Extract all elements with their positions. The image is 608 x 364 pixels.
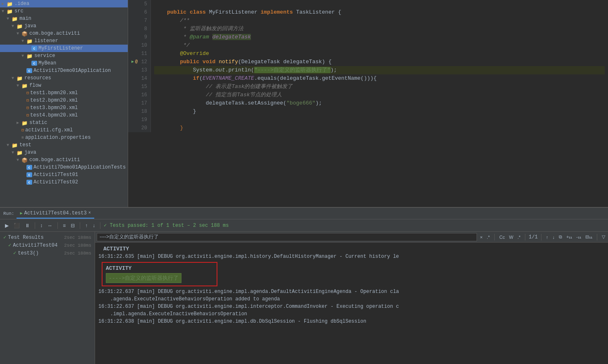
sidebar-item-test[interactable]: ▼ 📁 test [0,141,128,149]
sidebar-item-flow[interactable]: ▼ 📁 flow [0,82,128,89]
class-icon: C [26,68,32,73]
toolbar-separator-2 [57,222,58,229]
sidebar-item-label: main [19,16,31,21]
class-icon: C [31,61,37,66]
test-results-header-item[interactable]: ✓ Test Results 2sec 188ms [0,233,95,241]
sidebar-item-AppTests[interactable]: C Activiti7Demo01ApplicationTests [0,164,128,171]
sidebar-item-test3[interactable]: ⊟ test3.bpmn20.xml [0,104,128,112]
class-icon: C [31,46,37,51]
console-whole-word-button[interactable]: W [508,234,515,240]
line-num-8: 8 [131,25,147,33]
console-next-button[interactable]: ↓ [551,234,556,240]
code-line-12: public void notify(DelegateTask delegate… [154,58,605,66]
sidebar-item-test1[interactable]: ⊟ test1.bpmn20.xml [0,89,128,97]
console-filter-button[interactable]: ▽ [601,234,606,240]
console-options-button[interactable]: +₁₁ [565,234,573,240]
code-editor: 5 6 7 8 9 10 11 ▶ @ 12 13 14 15 16 [128,0,608,207]
project-tree[interactable]: ▶ 📁 .idea ▼ 📁 src ▼ 📁 main ▼ 📁 java ▼ 📦 … [0,0,128,207]
sidebar-item-static[interactable]: ▶ 📁 static [0,119,128,126]
code-line-13: System.out.println("---->自定义的监听器执行了"); [154,66,605,74]
expand-all-button[interactable]: ≡ [61,222,67,229]
sidebar-item-label: MyFirstListener [38,45,83,51]
expand-arrow: ▶ [17,120,21,125]
line-num-15: 15 [131,83,147,91]
pause-button[interactable]: ⏸ [23,222,31,229]
class-icon: C [26,165,32,170]
expand-arrow: ▶ [2,1,7,6]
line-num-10: 10 [131,41,147,50]
code-line-5 [154,0,605,8]
sidebar-item-app-properties[interactable]: ≡ application.properties [0,134,128,141]
sidebar-item-src[interactable]: ▼ 📁 src [0,7,128,15]
editor-content[interactable]: 5 6 7 8 9 10 11 ▶ @ 12 13 14 15 16 [128,0,608,207]
xml-icon: ⊟ [26,105,29,110]
console-search-input[interactable] [97,233,477,241]
console-toolbar-sep3 [541,234,541,240]
console-line-1: 16:31:22.635 [main] DEBUG org.activiti.e… [98,253,605,260]
sidebar-item-label: test1.bpmn20.xml [30,90,78,96]
console-regex-toggle-button[interactable]: .* [516,234,522,240]
scroll-down-button[interactable]: ↓ [91,222,97,229]
expand-arrow: ▼ [12,24,17,29]
sidebar-item-resources[interactable]: ▼ 📁 resources [0,74,128,82]
java-folder-icon: 📁 [17,150,23,155]
sidebar-item-test-pkg[interactable]: ▼ 📦 com.boge.activiti [0,156,128,164]
run-tab-play-icon: ▶ [20,211,22,216]
test-item-1-label: Activiti7Test04 [13,243,57,248]
code-line-15: // 表示是Task的创建事件被触发了 [154,83,605,91]
sidebar-item-service[interactable]: ▼ 📁 service [0,52,128,59]
test-results-label: Test Results [8,235,43,240]
console-line-2: 16:31:22.637 [main] DEBUG org.activiti.e… [98,288,605,295]
sidebar-item-Activiti7Demo01Application[interactable]: C Activiti7Demo01Application [0,67,128,74]
test-result-item-activiti7test04[interactable]: ✓ Activiti7Test04 2sec 188ms [0,241,95,249]
sidebar-item-MyFirstListener[interactable]: C MyFirstListener [0,45,128,52]
xml-icon: ⊟ [26,113,29,118]
console-prev-button[interactable]: ↑ [545,234,550,240]
run-tab-label: Activiti7Test04.test3 [24,210,86,216]
check-icon: ✓ [13,250,16,256]
console-copy-button[interactable]: ⧉ [558,234,563,240]
run-content: ✓ Test Results 2sec 188ms ✓ Activiti7Tes… [0,232,608,364]
test-result-item-test3[interactable]: ✓ test3() 2sec 188ms [0,249,95,257]
scroll-up-button[interactable]: ↑ [83,222,89,229]
sidebar-item-java[interactable]: ▼ 📁 java [0,22,128,30]
console-clear-button[interactable]: × [479,234,484,240]
sidebar-item-MyBean[interactable]: C MyBean [0,59,128,67]
sidebar-item-listener[interactable]: ▼ 📁 listener [0,37,128,45]
line-num-19: 19 [131,116,147,124]
sidebar-item-com-boge-activiti[interactable]: ▼ 📦 com.boge.activiti [0,30,128,37]
sidebar-item-Test02[interactable]: C Activiti7Test02 [0,178,128,186]
sidebar-item-test2[interactable]: ⊟ test2.bpmn20.xml [0,97,128,104]
sidebar-item-label: Activiti7Test01 [33,172,78,178]
folder-icon: 📁 [12,16,18,21]
stop-button[interactable]: ⬛ [12,222,21,229]
highlight-container: ACTIVITY ---->自定义的监听器执行了 [102,262,217,286]
console-match-case-button[interactable]: Cc [498,234,506,240]
sidebar-item-activiti-cfg[interactable]: ⊟ activiti.cfg.xml [0,126,128,134]
line-num-11: 11 [131,50,147,58]
sort-button-1[interactable]: ↕ [38,222,44,229]
sidebar-item-idea[interactable]: ▶ 📁 .idea [0,0,128,7]
rerun-button[interactable]: ▶ [3,222,10,229]
sort-button-2[interactable]: ↔ [46,222,54,229]
run-tab-activiti7test04[interactable]: ▶ Activiti7Test04.test3 × [17,209,94,219]
run-toolbar: ▶ ⬛ ⏸ ↕ ↔ ≡ ⊟ ↑ ↓ ✓ Tests passed: 1 of 1… [0,219,608,232]
console-output[interactable]: ACTIVITY 16:31:22.635 [main] DEBUG org.a… [95,243,608,364]
expand-arrow: ▼ [21,39,26,43]
sidebar-item-label: java [24,23,36,29]
sidebar-item-label: Activiti7Demo01Application [33,68,111,74]
run-tab-close-icon[interactable]: × [88,211,91,215]
console-line-6: 16:31:22.638 [main] DEBUG org.activiti.e… [98,318,605,325]
console-regex-button[interactable]: .* [486,234,491,240]
collapse-all-button[interactable]: ⊟ [69,222,76,229]
sidebar-item-test4[interactable]: ⊟ test4.bpmn20.xml [0,112,128,119]
test-pass-text: ✓ Tests passed: 1 of 1 test – 2 sec 188 … [104,222,229,228]
expand-arrow: ▼ [7,17,12,21]
sidebar-item-Test01[interactable]: C Activiti7Test01 [0,171,128,178]
folder-icon: 📁 [26,38,33,43]
console-collapse-button[interactable]: -₁₁ [575,234,582,240]
sidebar-item-main[interactable]: ▼ 📁 main [0,15,128,22]
class-icon: C [26,172,32,177]
sidebar-item-test-java[interactable]: ▼ 📁 java [0,149,128,156]
console-close-button[interactable]: ⊟₁₁ [584,234,594,240]
